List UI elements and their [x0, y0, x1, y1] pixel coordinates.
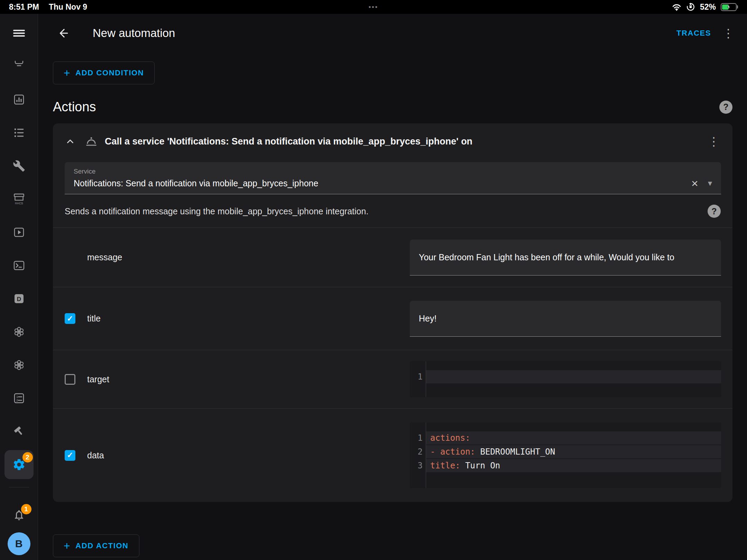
sidebar-item-flower-2[interactable]	[11, 357, 27, 373]
line-numbers: 123	[410, 422, 426, 488]
data-checkbox[interactable]: ✓	[65, 450, 75, 461]
automation-editor: + ADD CONDITION Actions ?	[38, 53, 747, 560]
actions-help-icon[interactable]: ?	[719, 101, 732, 114]
sidebar-item-settings[interactable]: 2	[11, 456, 27, 473]
sidebar-item-hammer[interactable]	[11, 423, 27, 440]
service-help-icon[interactable]: ?	[708, 205, 721, 218]
rotation-lock-icon	[686, 2, 695, 11]
back-button[interactable]	[55, 25, 72, 41]
chevron-down-icon[interactable]: ▾	[708, 178, 712, 188]
status-date: Thu Nov 9	[49, 2, 87, 12]
title-checkbox[interactable]: ✓	[65, 313, 75, 324]
sidebar-item-media[interactable]	[11, 224, 27, 241]
actions-heading: Actions	[53, 100, 96, 114]
numbered-list-box-icon: 1 2	[13, 392, 25, 404]
action-title: Call a service 'Notifications: Send a no…	[105, 136, 700, 147]
sidebar: HACS D	[0, 14, 38, 560]
title-row: ✓ title Hey!	[53, 287, 732, 350]
chart-box-icon	[13, 93, 25, 106]
message-row: message Your Bedroom Fan Light has been …	[53, 227, 732, 287]
service-description: Sends a notification message using the m…	[65, 206, 368, 216]
sidebar-item-supervisor[interactable]	[11, 158, 27, 174]
target-yaml-editor[interactable]: 1	[410, 361, 721, 397]
media-play-icon	[13, 226, 25, 239]
svg-text:1: 1	[16, 395, 18, 399]
title-label: title	[87, 314, 101, 324]
action-overflow-menu-icon[interactable]: ⋮	[706, 133, 722, 150]
user-avatar[interactable]: B	[8, 532, 30, 555]
battery-icon	[721, 3, 738, 11]
d-square-icon: D	[13, 292, 25, 305]
service-field-label: Service	[74, 168, 712, 175]
battery-percent: 52%	[700, 2, 716, 12]
sidebar-item-terminal[interactable]	[11, 257, 27, 274]
list-icon	[13, 127, 25, 139]
charging-bolt-icon	[727, 4, 731, 10]
target-label: target	[87, 374, 109, 384]
status-time: 8:51 PM	[9, 2, 39, 12]
add-condition-label: ADD CONDITION	[75, 68, 144, 77]
header-overflow-menu-icon[interactable]: ⋮	[720, 25, 737, 41]
check-icon: ✓	[67, 451, 73, 459]
editor-content[interactable]: actions:- action: BEDROOMLIGHT_ONtitle: …	[426, 422, 721, 488]
wrench-icon	[13, 160, 25, 172]
title-input[interactable]: Hey!	[410, 301, 721, 337]
multitask-dots-icon[interactable]: •••	[369, 3, 378, 11]
page-title: New automation	[93, 27, 175, 40]
hacs-label: HACS	[15, 202, 23, 205]
clipped-icon	[13, 60, 25, 73]
check-icon: ✓	[67, 315, 73, 323]
hacs-store-icon: HACS	[12, 193, 26, 206]
service-field-value: Notifications: Send a notification via m…	[74, 178, 683, 188]
data-yaml-editor[interactable]: 123 actions:- action: BEDROOMLIGHT_ONtit…	[410, 422, 721, 488]
add-action-button[interactable]: + ADD ACTION	[53, 534, 139, 557]
plus-icon: +	[64, 540, 71, 551]
d-letter: D	[17, 296, 21, 302]
collapse-action-button[interactable]	[62, 133, 79, 150]
chevron-up-icon	[65, 136, 75, 147]
clear-service-icon[interactable]: ×	[691, 177, 698, 189]
data-row: ✓ data 123 actions:- action: BEDROOMLIGH…	[53, 408, 732, 502]
menu-hamburger-icon[interactable]	[0, 14, 38, 53]
flower-icon	[13, 326, 25, 338]
service-select[interactable]: Service Notifications: Send a notificati…	[65, 162, 721, 194]
action-card: Call a service 'Notifications: Send a no…	[53, 123, 732, 502]
hammer-icon	[13, 425, 25, 438]
svg-text:2: 2	[16, 399, 18, 402]
message-input[interactable]: Your Bedroom Fan Light has been off for …	[410, 240, 721, 276]
sidebar-item-flower-1[interactable]	[11, 324, 27, 340]
settings-update-badge: 2	[22, 452, 33, 463]
plus-icon: +	[64, 67, 71, 78]
status-bar: 8:51 PM Thu Nov 9 ••• 52%	[0, 0, 747, 14]
line-numbers: 1	[410, 361, 426, 397]
data-label: data	[87, 450, 104, 460]
sidebar-item-logbook[interactable]	[11, 124, 27, 141]
terminal-icon	[13, 259, 25, 272]
sidebar-item-scheduler[interactable]: 1 2	[11, 390, 27, 407]
flower-icon	[13, 359, 25, 371]
sidebar-divider	[9, 487, 29, 487]
add-action-label: ADD ACTION	[75, 541, 128, 550]
traces-button[interactable]: TRACES	[676, 29, 711, 38]
sidebar-item-d-app[interactable]: D	[11, 290, 27, 307]
arrow-left-icon	[58, 27, 70, 39]
notifications-badge: 1	[21, 504, 31, 514]
message-label: message	[87, 252, 122, 262]
editor-content[interactable]	[426, 361, 721, 397]
add-condition-button[interactable]: + ADD CONDITION	[53, 62, 155, 84]
sidebar-item-notifications[interactable]: 1	[11, 507, 27, 523]
page-header: New automation TRACES ⋮	[38, 14, 747, 53]
sidebar-item-history[interactable]	[11, 91, 27, 108]
wifi-icon	[672, 3, 681, 11]
sidebar-item-clipped[interactable]	[11, 58, 27, 75]
target-row: ✓ target 1	[53, 350, 732, 408]
target-checkbox[interactable]: ✓	[65, 374, 75, 385]
service-bell-icon	[85, 136, 97, 147]
sidebar-item-hacs[interactable]: HACS	[11, 191, 27, 207]
